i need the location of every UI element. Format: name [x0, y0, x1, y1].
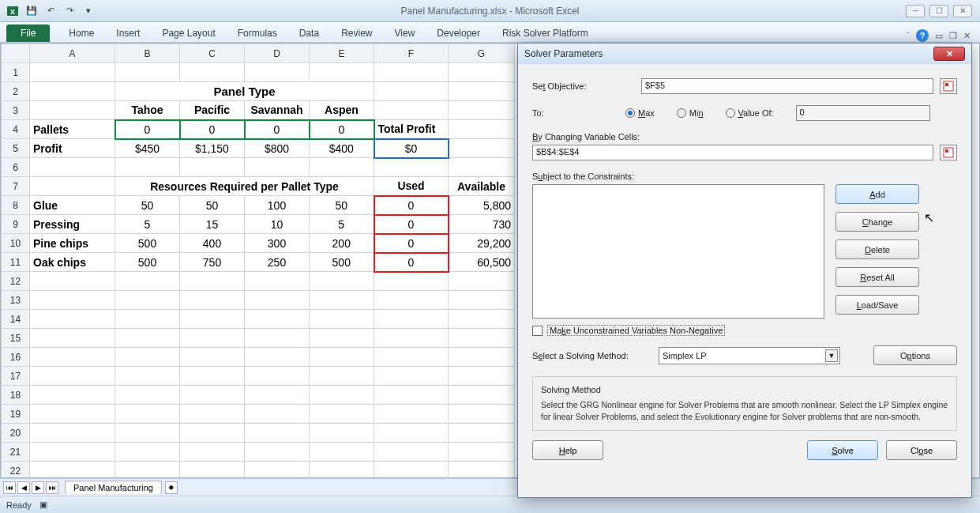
tab-risk-solver[interactable]: Risk Solver Platform [491, 25, 599, 42]
ribbon-min-icon[interactable]: ▭ [935, 31, 943, 41]
dialog-close-button[interactable]: ✕ [933, 47, 965, 61]
help-button[interactable]: Help [532, 440, 603, 460]
dialog-titlebar[interactable]: Solver Parameters ✕ [518, 43, 971, 64]
tab-page-layout[interactable]: Page Layout [151, 25, 226, 42]
cell-oak[interactable]: Oak chips [30, 253, 115, 272]
load-save-button[interactable]: Load/Save [835, 295, 919, 315]
qat-dropdown-icon[interactable]: ▾ [81, 3, 96, 19]
row-header[interactable]: 20 [2, 424, 30, 443]
prev-sheet-button[interactable]: ◀ [17, 481, 30, 494]
save-icon[interactable]: 💾 [24, 3, 39, 19]
cell-b9[interactable]: 5 [115, 215, 180, 234]
row-header[interactable]: 8 [2, 196, 30, 215]
value-of-input[interactable]: 0 [796, 105, 930, 121]
cell-d10[interactable]: 300 [245, 234, 310, 253]
grid[interactable]: A B C D E F G 1 2Panel Type 3 Tahoe Paci… [1, 43, 515, 478]
row-header[interactable]: 1 [2, 63, 30, 82]
row-header[interactable]: 7 [2, 177, 30, 196]
row-header[interactable]: 21 [2, 443, 30, 462]
change-button[interactable]: Change [835, 212, 919, 232]
row-header[interactable]: 11 [2, 253, 30, 272]
cell-d4[interactable]: 0 [245, 120, 310, 139]
maximize-button[interactable]: ☐ [929, 5, 948, 17]
cell-f9[interactable]: 0 [374, 215, 449, 234]
cell-c4[interactable]: 0 [180, 120, 245, 139]
minimize-button[interactable]: ─ [906, 5, 925, 17]
method-select[interactable]: Simplex LP ▼ [659, 347, 840, 364]
col-header-e[interactable]: E [310, 44, 374, 63]
next-sheet-button[interactable]: ▶ [32, 481, 44, 494]
cell-g11[interactable]: 60,500 [449, 253, 515, 272]
cell-d5[interactable]: $800 [245, 139, 310, 158]
cell-pressing[interactable]: Pressing [30, 215, 115, 234]
delete-button[interactable]: Delete [835, 240, 919, 259]
cell-d8[interactable]: 100 [245, 196, 310, 215]
cell-e5[interactable]: $400 [310, 139, 374, 158]
cell-available[interactable]: Available [449, 177, 515, 196]
row-header[interactable]: 19 [2, 405, 30, 424]
col-header-f[interactable]: F [374, 44, 449, 63]
cell-b4[interactable]: 0 [115, 120, 180, 139]
cell-d11[interactable]: 250 [245, 253, 310, 272]
help-icon[interactable]: ? [916, 29, 929, 42]
row-header[interactable]: 12 [2, 272, 30, 291]
tab-data[interactable]: Data [288, 25, 330, 42]
cell-g8[interactable]: 5,800 [449, 196, 515, 215]
tab-view[interactable]: View [384, 25, 426, 42]
cell-e9[interactable]: 5 [310, 215, 374, 234]
cell-f11[interactable]: 0 [374, 253, 449, 272]
cell-pacific[interactable]: Pacific [180, 101, 245, 120]
unconstrained-checkbox[interactable] [532, 326, 543, 336]
cell-aspen[interactable]: Aspen [310, 101, 374, 120]
cell-pine[interactable]: Pine chips [30, 234, 115, 253]
close-button[interactable]: ✕ [953, 5, 972, 17]
ribbon-close-icon[interactable]: ✕ [963, 31, 971, 41]
add-button[interactable]: Add [835, 184, 919, 204]
file-tab[interactable]: File [6, 25, 50, 42]
row-header[interactable]: 13 [2, 291, 30, 310]
row-header[interactable]: 4 [2, 120, 30, 139]
radio-min[interactable]: Min [677, 108, 704, 118]
cell-tahoe[interactable]: Tahoe [115, 101, 180, 120]
tab-formulas[interactable]: Formulas [227, 25, 288, 42]
cell-used[interactable]: Used [374, 177, 449, 196]
cell-b11[interactable]: 500 [115, 253, 180, 272]
chevron-down-icon[interactable]: ▼ [825, 349, 838, 362]
cell-glue[interactable]: Glue [30, 196, 115, 215]
row-header[interactable]: 22 [2, 462, 30, 479]
radio-max[interactable]: Max [625, 108, 655, 118]
constraints-listbox[interactable] [532, 184, 824, 319]
row-header[interactable]: 10 [2, 234, 30, 253]
undo-icon[interactable]: ↶ [43, 3, 58, 19]
cell-c9[interactable]: 15 [180, 215, 245, 234]
row-header[interactable]: 6 [2, 158, 30, 177]
cell-e4[interactable]: 0 [310, 120, 374, 139]
row-header[interactable]: 5 [2, 139, 30, 158]
cell-b8[interactable]: 50 [115, 196, 180, 215]
col-header-g[interactable]: G [449, 44, 515, 63]
close-button-dialog[interactable]: Close [886, 440, 957, 460]
select-all-corner[interactable] [2, 44, 30, 63]
sheet-tab-active[interactable]: Panel Manufacturing [65, 481, 162, 494]
first-sheet-button[interactable]: ⏮ [3, 481, 16, 494]
cell-total-profit[interactable]: Total Profit [374, 120, 449, 139]
cell-g9[interactable]: 730 [449, 215, 515, 234]
cell-e11[interactable]: 500 [310, 253, 374, 272]
cell-e10[interactable]: 200 [310, 234, 374, 253]
range-picker-icon[interactable] [940, 145, 957, 160]
col-header-d[interactable]: D [245, 44, 310, 63]
tab-review[interactable]: Review [330, 25, 383, 42]
row-header[interactable]: 16 [2, 348, 30, 367]
cell-savannah[interactable]: Savannah [245, 101, 310, 120]
cell-f5[interactable]: $0 [374, 139, 449, 158]
col-header-a[interactable]: A [30, 44, 115, 63]
tab-home[interactable]: Home [58, 25, 105, 42]
cell-b10[interactable]: 500 [115, 234, 180, 253]
cell-b5[interactable]: $450 [115, 139, 180, 158]
cell-g10[interactable]: 29,200 [449, 234, 515, 253]
row-header[interactable]: 14 [2, 310, 30, 329]
new-sheet-button[interactable]: ✸ [165, 481, 178, 494]
cell-panel-type[interactable]: Panel Type [115, 82, 374, 101]
cell-f8[interactable]: 0 [374, 196, 449, 215]
ribbon-caret-icon[interactable]: ˇ [907, 31, 910, 40]
